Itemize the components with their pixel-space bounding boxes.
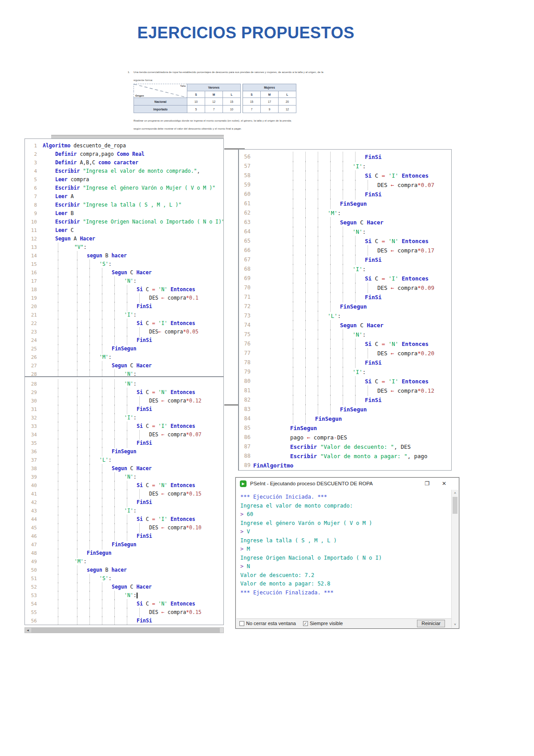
indent-guide-line bbox=[318, 348, 318, 358]
line-number: 23 bbox=[25, 328, 37, 336]
indent-guide-line bbox=[305, 199, 306, 209]
code-editor-panel-3[interactable]: 56FinSi57'I':58Si C = 'I' Entonces59DES … bbox=[238, 149, 452, 471]
indent-guide-line bbox=[77, 455, 77, 465]
code-line: 83FinSegun bbox=[239, 405, 451, 414]
close-button[interactable]: ✕ bbox=[438, 480, 450, 488]
scrollbar-thumb[interactable] bbox=[31, 628, 220, 633]
console-line: *** Ejecución Iniciada. *** bbox=[240, 493, 451, 502]
indent-guide-line bbox=[305, 311, 306, 321]
exercise-outro-line-1: Realizar un programa en pseudocódigo don… bbox=[134, 119, 291, 122]
indent-guide-line bbox=[58, 455, 58, 465]
discount-value: 15 bbox=[243, 98, 261, 106]
indent-guide-line bbox=[58, 268, 58, 277]
indent-guide-line bbox=[139, 293, 140, 303]
indent-guide-line bbox=[139, 396, 140, 406]
indent-guide-line bbox=[343, 348, 343, 358]
console-line: > N bbox=[240, 562, 451, 571]
indent-guide-line bbox=[58, 557, 58, 566]
checkbox-no-cerrar[interactable] bbox=[239, 621, 244, 626]
indent-guide-line bbox=[305, 227, 306, 237]
code-editor-panel-1[interactable]: 1Algoritmo descuento_de_ropa2Definir com… bbox=[24, 138, 224, 377]
code-line: 33Si C = 'I' Entonces bbox=[25, 422, 223, 431]
indent-guide-line bbox=[305, 348, 306, 358]
indent-guide-line bbox=[77, 582, 77, 592]
editor-horizontal-scrollbar[interactable]: ◄ bbox=[24, 627, 224, 633]
indent-guide-line bbox=[77, 608, 77, 617]
checkbox-siempre-visible[interactable]: ✓ bbox=[303, 621, 308, 626]
indent-guide-line bbox=[318, 320, 318, 330]
indent-guide-line bbox=[114, 336, 115, 345]
code-line: 43'I': bbox=[25, 507, 223, 515]
indent-guide-line bbox=[330, 358, 331, 368]
indent-guide-line bbox=[114, 370, 115, 377]
indent-guide-line bbox=[330, 255, 331, 265]
indent-guide-line bbox=[77, 251, 77, 260]
line-number: 54 bbox=[25, 600, 37, 608]
indent-guide-line bbox=[102, 481, 102, 490]
discount-value: 15 bbox=[223, 98, 241, 106]
code-line: 42FinSi bbox=[25, 498, 223, 507]
scroll-left-icon[interactable]: ◄ bbox=[25, 628, 31, 633]
indent-guide-line bbox=[102, 489, 102, 499]
indent-guide-line bbox=[305, 152, 306, 162]
line-number: 25 bbox=[25, 345, 37, 353]
indent-guide-line bbox=[355, 236, 356, 246]
indent-guide-line bbox=[305, 329, 306, 340]
indent-guide-line bbox=[102, 599, 102, 609]
indent-guide-line bbox=[343, 189, 343, 199]
code-line: 86pago ← compra-DES bbox=[239, 433, 451, 442]
restart-button[interactable]: Reiniciar bbox=[417, 620, 445, 627]
line-number: 79 bbox=[239, 367, 251, 377]
indent-guide-line bbox=[114, 327, 115, 337]
maximize-button[interactable]: ❐ bbox=[421, 480, 433, 488]
indent-guide-line bbox=[114, 422, 115, 431]
indent-guide-line bbox=[343, 376, 343, 386]
user-input-value: M bbox=[247, 546, 250, 552]
indent-guide-line bbox=[77, 422, 77, 431]
code-line: 61FinSegun bbox=[239, 199, 451, 208]
scrollbar-thumb[interactable] bbox=[453, 497, 457, 514]
indent-guide-line bbox=[102, 344, 102, 354]
indent-guide-line bbox=[343, 180, 343, 190]
editor-top-scrollbar[interactable] bbox=[51, 135, 224, 138]
line-number: 7 bbox=[25, 192, 37, 201]
code-line: 46FinSi bbox=[25, 532, 223, 541]
indent-guide-line bbox=[305, 180, 306, 190]
indent-guide-line bbox=[58, 523, 58, 532]
code-line: 59DES ← compra*0.07 bbox=[239, 180, 451, 190]
indent-guide-line bbox=[89, 489, 90, 499]
indent-guide-line bbox=[318, 208, 318, 218]
indent-guide-line bbox=[330, 301, 331, 312]
indent-guide-line bbox=[77, 532, 77, 541]
line-number: 42 bbox=[25, 498, 37, 507]
indent-guide-line bbox=[318, 358, 318, 368]
code-line: 84FinSegun bbox=[239, 414, 451, 423]
line-number: 37 bbox=[25, 456, 37, 464]
scrollbar-up-icon[interactable]: ˄ bbox=[452, 490, 458, 496]
line-number: 8 bbox=[25, 201, 37, 209]
code-editor-panel-2[interactable]: 28'N':29Si C = 'N' Entonces30DES ← compr… bbox=[24, 376, 224, 625]
origin-row-header: Importado bbox=[134, 106, 187, 113]
code-line: 80Si C = 'I' Entonces bbox=[239, 377, 451, 386]
console-line: > 60 bbox=[240, 510, 451, 519]
code-line: 40Si C = 'N' Entonces bbox=[25, 481, 223, 490]
indent-guide-line bbox=[127, 498, 127, 507]
code-line: 57'I': bbox=[239, 162, 451, 171]
indent-guide-line bbox=[77, 430, 77, 439]
indent-guide-line bbox=[293, 273, 293, 284]
indent-guide-line bbox=[330, 217, 331, 228]
indent-guide-line bbox=[89, 336, 90, 345]
scrollbar-down-icon[interactable]: ˅ bbox=[452, 621, 458, 628]
indent-guide-line bbox=[293, 311, 293, 321]
console-vertical-scrollbar[interactable]: ˄ ˅ bbox=[451, 490, 458, 628]
indent-guide-line bbox=[305, 320, 306, 330]
line-number: 10 bbox=[25, 218, 37, 226]
indent-guide-line bbox=[89, 379, 90, 389]
check-icon: ✓ bbox=[303, 621, 307, 626]
indent-guide-line bbox=[58, 396, 58, 406]
pseint-run-icon: ▶ bbox=[240, 480, 247, 487]
indent-guide-line bbox=[102, 464, 102, 473]
code-line: 21'I': bbox=[25, 311, 223, 319]
indent-guide-line bbox=[102, 540, 102, 549]
line-number: 39 bbox=[25, 473, 37, 481]
